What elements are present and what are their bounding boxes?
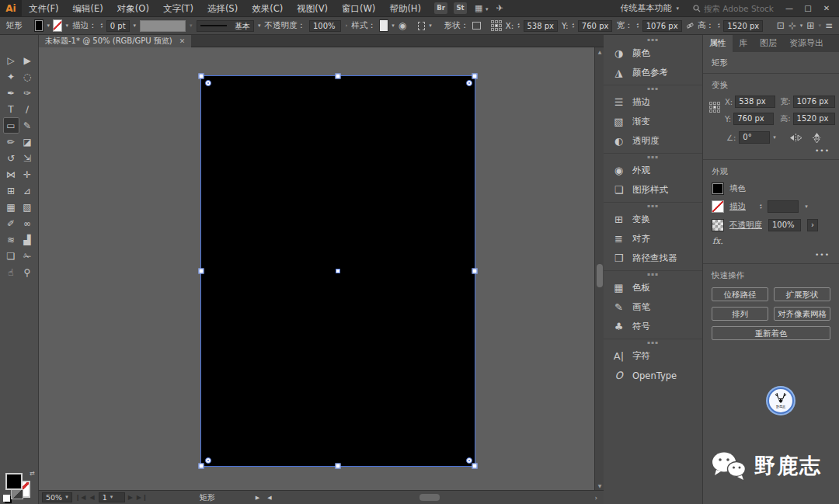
panel-button-gradient[interactable]: ▧渐变 [604,112,702,131]
drag-handle-icon[interactable]: ▪▪▪ [604,339,702,346]
chevron-down-icon[interactable]: ▾ [65,23,68,29]
drag-handle-icon[interactable]: ▪▪▪ [604,154,702,161]
swap-fill-stroke-icon[interactable]: ⇄ [30,470,35,477]
fill-indicator-swatch[interactable] [5,473,23,490]
panel-button-transparency[interactable]: ◐透明度 [604,131,702,151]
line-segment-tool[interactable]: ∕ [19,101,36,117]
brush-definition-dropdown[interactable]: 基本 [197,20,254,32]
hand-tool[interactable]: ☝ [3,264,19,280]
panel-button-graphic-styles[interactable]: ❏图形样式 [604,180,702,200]
change-screen-mode-icon[interactable] [11,489,23,499]
y-value[interactable]: 760 px [578,20,613,32]
flip-horizontal-icon[interactable] [790,134,802,142]
selection-center-point[interactable] [336,269,340,273]
tab-layers[interactable]: 图层 [754,35,783,52]
chevron-down-icon[interactable]: ▾ [47,23,50,29]
angle-field[interactable]: 0° [739,131,770,144]
curvature-tool[interactable]: ✑ [19,85,36,101]
live-corner-widget-bottom-left[interactable] [205,457,211,464]
recolor-artwork-icon[interactable]: ◉ [399,20,406,31]
distribute-objects-icon[interactable]: ⊞ [806,20,814,31]
stock-button[interactable]: St [454,2,467,14]
stock-search[interactable] [693,4,780,13]
previous-artboard-icon[interactable]: ◀ [90,494,96,501]
selected-rectangle[interactable] [200,75,475,467]
height-field[interactable]: 1520 px [793,113,835,125]
fill-color-swatch[interactable] [35,20,43,31]
arrange-button[interactable]: 排列 [712,307,768,321]
panel-button-stroke[interactable]: ☰描边 [604,92,702,112]
close-button[interactable]: ✕ [817,0,836,17]
artboard-tool[interactable]: ❏ [3,248,19,264]
arrange-documents-icon[interactable]: ▦ ▾ [475,3,488,13]
menu-edit[interactable]: 编辑(E) [66,0,110,17]
chevron-down-icon[interactable]: ▾ [429,23,432,29]
x-value[interactable]: 538 px [524,20,559,32]
workspace-switcher[interactable]: 传统基本功能 ▾ [620,2,679,14]
perspective-grid-tool[interactable]: ⊿ [19,182,36,199]
opacity-panel-arrow-icon[interactable]: › [345,23,347,29]
bridge-button[interactable]: Br [434,2,447,14]
y-stepper[interactable]: ▴▾ [573,23,574,29]
last-artboard-icon[interactable]: ▶❙ [137,494,148,501]
stroke-weight-stepper[interactable]: ▴▾ [760,203,761,210]
stroke-weight-field[interactable] [768,200,799,213]
panel-button-appearance[interactable]: ◉外观 [604,161,702,180]
chevron-down-icon[interactable]: ▾ [392,23,395,29]
panel-button-transform[interactable]: ⊞变换 [604,210,702,229]
panel-button-align[interactable]: ≣对齐 [604,229,702,249]
stroke-weight-value[interactable]: 0 pt [106,20,130,32]
menu-view[interactable]: 视图(V) [290,0,335,17]
document-tab[interactable]: 未标题-1* @ 50% (RGB/GPU 预览) ✕ [39,35,191,47]
selection-handle-middle-left[interactable] [199,269,204,274]
offset-path-button[interactable]: 位移路径 [712,287,768,301]
shape-builder-tool[interactable]: ⊞ [3,182,19,199]
opacity-panel-arrow-icon[interactable]: › [807,219,818,231]
default-fill-stroke-icon[interactable] [3,495,10,502]
x-field[interactable]: 538 px [735,96,775,108]
panel-button-symbols[interactable]: ♣符号 [604,317,702,336]
menu-file[interactable]: 文件(F) [22,0,66,17]
stroke-weight-stepper[interactable]: ▴▾ [101,23,103,29]
minimize-button[interactable]: — [780,0,799,17]
type-tool[interactable]: T [3,101,19,117]
drag-handle-icon[interactable]: ▪▪▪ [604,203,702,210]
panel-button-pathfinder[interactable]: ❒路径查找器 [604,249,702,268]
canvas[interactable] [39,47,594,490]
fill-label[interactable]: 填色 [729,183,746,194]
effects-button[interactable]: fx. [703,235,839,248]
panel-button-brushes[interactable]: ✎画笔 [604,297,702,317]
stroke-swatch[interactable] [712,201,723,212]
opacity-field[interactable]: 100% [768,219,801,231]
height-stepper[interactable]: ▴▾ [718,23,719,29]
puppet-warp-tool[interactable]: ✛ [19,166,36,182]
selection-handle-top-left[interactable] [199,74,204,79]
live-corner-widget-top-left[interactable] [205,80,211,86]
x-stepper[interactable]: ▴▾ [517,23,519,29]
zoom-tool[interactable]: ⚲ [19,264,36,280]
flip-vertical-icon[interactable] [813,133,821,143]
panel-button-character[interactable]: A|字符 [604,346,702,366]
chevron-down-icon[interactable]: ▾ [258,23,261,29]
align-pixel-grid-button[interactable]: 对齐像素网格 [774,307,830,321]
horizontal-scroll-thumb[interactable] [420,494,440,501]
lasso-tool[interactable]: ◌ [19,68,36,85]
scroll-right-icon[interactable]: › [594,494,597,502]
constrain-proportions-icon[interactable] [686,21,694,30]
width-value[interactable]: 1076 px [642,20,682,32]
free-transform-tool[interactable]: ⇲ [19,150,36,166]
menu-help[interactable]: 帮助(H) [382,0,428,17]
transform-more-options-icon[interactable]: ••• [703,144,839,159]
next-artboard-icon[interactable]: ▶ [128,494,134,501]
first-artboard-icon[interactable]: ❙◀ [75,494,87,501]
fill-swatch[interactable] [712,183,723,194]
width-tool[interactable]: ⋈ [3,166,19,182]
maximize-button[interactable]: □ [799,0,817,17]
drag-handle-icon[interactable]: ▪▪▪ [604,85,702,92]
symbol-sprayer-tool[interactable]: ≋ [3,231,19,248]
opacity-label[interactable]: 不透明度 [729,220,762,231]
pen-tool[interactable]: ✒ [3,85,19,101]
tab-properties[interactable]: 属性 [703,35,733,52]
menu-effect[interactable]: 效果(C) [245,0,290,17]
vertical-scroll-thumb[interactable] [597,264,603,287]
